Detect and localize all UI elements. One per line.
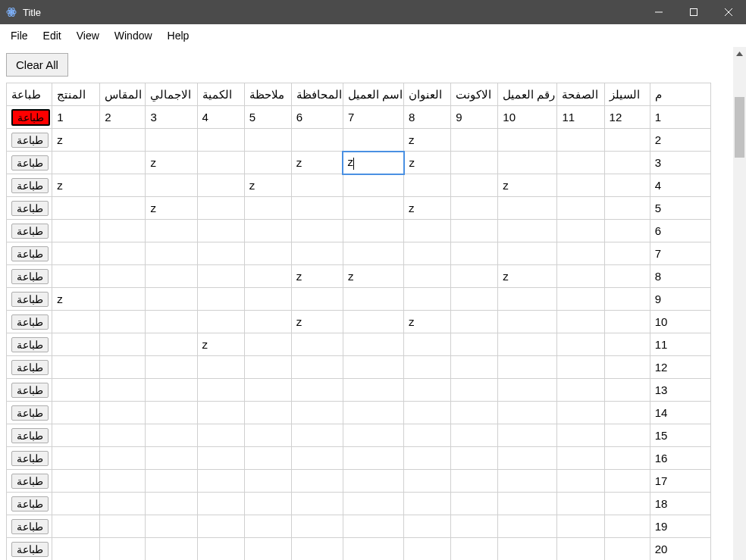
print-button[interactable]: طباعة [11,451,49,466]
data-cell[interactable] [343,220,403,242]
data-cell[interactable] [451,402,498,424]
print-button[interactable]: طباعة [11,201,49,216]
data-cell[interactable] [557,356,604,379]
data-cell[interactable] [557,538,604,561]
print-button[interactable]: طباعة [11,405,49,421]
data-cell[interactable] [604,174,650,197]
data-cell[interactable] [291,515,343,538]
data-cell[interactable] [604,265,650,288]
data-cell[interactable] [291,447,343,470]
data-cell[interactable] [498,152,557,174]
data-cell[interactable] [404,447,451,470]
data-cell[interactable] [404,470,451,493]
col-header-idx[interactable]: م [650,83,710,106]
data-cell[interactable] [197,152,244,174]
row-index-cell[interactable]: 20 [650,538,710,561]
row-index-cell[interactable]: 18 [650,493,710,515]
data-cell[interactable] [244,242,291,265]
data-cell[interactable] [604,220,650,242]
data-cell[interactable] [146,242,197,265]
data-cell[interactable]: z [343,152,403,174]
data-cell[interactable] [52,447,100,470]
data-cell[interactable] [604,197,650,220]
data-cell[interactable] [244,356,291,379]
data-cell[interactable] [604,470,650,493]
data-cell[interactable] [498,333,557,356]
data-cell[interactable] [557,424,604,447]
data-cell[interactable] [291,402,343,424]
col-header-custno[interactable]: رقم العميل [498,83,557,106]
col-header-size[interactable]: المقاس [100,83,146,106]
col-header-print[interactable]: طباعة [7,83,52,106]
data-cell[interactable] [451,197,498,220]
data-cell[interactable] [557,470,604,493]
data-cell[interactable]: z [197,333,244,356]
print-button[interactable]: طباعة [11,133,49,148]
data-cell[interactable] [197,538,244,561]
clear-all-button[interactable]: Clear All [6,53,68,77]
data-cell[interactable] [498,288,557,311]
data-cell[interactable] [557,402,604,424]
data-cell[interactable] [244,197,291,220]
data-cell[interactable] [244,152,291,174]
data-cell[interactable] [343,288,403,311]
col-header-account[interactable]: الاكونت [451,83,498,106]
data-cell[interactable] [291,424,343,447]
data-cell[interactable] [291,493,343,515]
data-cell[interactable]: 5 [244,106,291,129]
data-cell[interactable] [343,174,403,197]
data-cell[interactable]: z [52,288,100,311]
data-cell[interactable] [100,356,146,379]
data-cell[interactable] [404,174,451,197]
data-cell[interactable] [197,424,244,447]
data-cell[interactable] [343,129,403,152]
data-cell[interactable] [604,242,650,265]
data-cell[interactable] [52,493,100,515]
data-cell[interactable]: z [244,174,291,197]
data-cell[interactable] [343,447,403,470]
data-cell[interactable] [100,220,146,242]
data-cell[interactable] [604,129,650,152]
data-cell[interactable] [291,197,343,220]
data-cell[interactable] [498,538,557,561]
data-cell[interactable] [498,311,557,333]
data-cell[interactable] [197,447,244,470]
data-cell[interactable] [498,493,557,515]
data-cell[interactable] [146,424,197,447]
print-button[interactable]: طباعة [11,292,49,307]
data-cell[interactable] [343,333,403,356]
data-cell[interactable]: 8 [404,106,451,129]
data-cell[interactable] [244,265,291,288]
data-cell[interactable] [557,311,604,333]
data-cell[interactable] [100,447,146,470]
print-button[interactable]: طباعة [11,178,49,193]
print-button[interactable]: طباعة [11,269,49,284]
data-cell[interactable] [100,470,146,493]
data-cell[interactable] [343,379,403,402]
data-cell[interactable]: z [291,265,343,288]
data-cell[interactable] [52,265,100,288]
data-cell[interactable] [498,379,557,402]
row-index-cell[interactable]: 5 [650,197,710,220]
data-cell[interactable] [146,288,197,311]
data-cell[interactable] [100,311,146,333]
data-cell[interactable] [557,152,604,174]
data-cell[interactable]: z [498,174,557,197]
data-cell[interactable] [557,447,604,470]
data-cell[interactable]: 7 [343,106,403,129]
data-cell[interactable] [197,129,244,152]
row-index-cell[interactable]: 1 [650,106,710,129]
data-cell[interactable] [404,538,451,561]
data-cell[interactable] [197,288,244,311]
menu-window[interactable]: Window [107,27,160,45]
data-cell[interactable] [52,470,100,493]
data-cell[interactable] [291,129,343,152]
data-cell[interactable] [52,379,100,402]
data-cell[interactable]: z [498,265,557,288]
print-button[interactable]: طباعة [11,383,49,398]
data-cell[interactable] [498,220,557,242]
data-cell[interactable] [146,265,197,288]
data-cell[interactable] [498,447,557,470]
data-cell[interactable] [146,174,197,197]
data-cell[interactable] [100,538,146,561]
